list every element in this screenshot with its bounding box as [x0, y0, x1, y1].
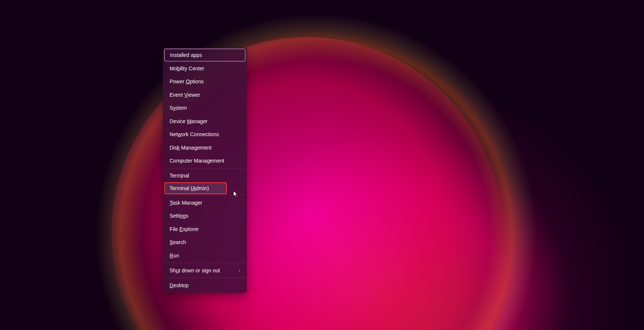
- label-post: iewer: [188, 92, 200, 98]
- label-pre: Computer Mana: [170, 158, 207, 164]
- label-accelerator: S: [170, 239, 173, 245]
- menu-item-label: Desktop: [170, 282, 189, 288]
- label-accelerator: u: [176, 267, 179, 273]
- label-post: gs: [183, 213, 189, 219]
- menu-item-system[interactable]: System: [164, 102, 245, 115]
- label-pre: Setti: [170, 213, 180, 219]
- label-post: dmin): [196, 185, 209, 191]
- label-post: esktop: [173, 282, 189, 288]
- menu-item-run[interactable]: Run: [164, 249, 245, 262]
- label-post: stem: [176, 105, 187, 111]
- menu-separator: [164, 278, 246, 278]
- menu-item-label: Search: [170, 239, 186, 245]
- menu-item-label: Settings: [170, 213, 189, 219]
- label-accelerator: E: [179, 226, 183, 232]
- menu-separator: [164, 168, 246, 169]
- label-pre: Device: [170, 118, 187, 124]
- label-post: Installed apps: [170, 52, 202, 58]
- label-accelerator: V: [184, 92, 188, 98]
- menu-separator: [164, 263, 246, 263]
- menu-item-disk-management[interactable]: Disk Management: [164, 141, 245, 154]
- menu-separator: [164, 195, 246, 195]
- label-pre: Net: [170, 131, 178, 137]
- label-pre: Terminal (: [170, 185, 192, 191]
- label-post: ptions: [190, 79, 203, 84]
- menu-item-mobility-center[interactable]: Mobility Center: [164, 62, 245, 75]
- label-post: ility Center: [180, 65, 204, 71]
- label-accelerator: M: [187, 118, 191, 124]
- menu-item-label: Task Manager: [170, 200, 202, 206]
- menu-item-search[interactable]: Search: [164, 236, 245, 249]
- label-accelerator: R: [170, 253, 173, 259]
- menu-item-label: File Explorer: [170, 226, 199, 232]
- menu-item-label: Event Viewer: [170, 92, 200, 98]
- label-post: earch: [173, 239, 186, 245]
- menu-item-label: System: [170, 105, 187, 111]
- menu-item-installed-apps[interactable]: Installed apps: [164, 49, 245, 61]
- menu-item-computer-management[interactable]: Computer Management: [164, 154, 245, 167]
- label-post: ork Connections: [181, 131, 219, 137]
- chevron-right-icon: ›: [239, 268, 240, 273]
- menu-item-shutdown-signout[interactable]: Shut down or sign out›: [164, 264, 245, 277]
- menu-item-label: Mobility Center: [170, 65, 204, 71]
- menu-item-terminal[interactable]: Terminal: [164, 169, 245, 182]
- menu-item-settings[interactable]: Settings: [164, 209, 245, 222]
- menu-item-label: Device Manager: [170, 118, 207, 124]
- menu-item-label: Power Options: [170, 79, 204, 84]
- label-accelerator: A: [192, 185, 196, 191]
- menu-item-file-explorer[interactable]: File Explorer: [164, 222, 245, 236]
- menu-item-label: Computer Management: [170, 158, 224, 164]
- label-post: un: [173, 253, 179, 259]
- menu-item-network-connections[interactable]: Network Connections: [164, 128, 245, 141]
- label-post: ask Manager: [172, 200, 202, 206]
- menu-item-label: Shut down or sign out: [170, 267, 220, 273]
- menu-item-label: Terminal (Admin): [170, 185, 209, 191]
- label-post: Management: [180, 145, 212, 151]
- label-accelerator: n: [180, 213, 183, 219]
- label-post: anager: [191, 118, 207, 124]
- menu-item-terminal-admin[interactable]: Terminal (Admin): [164, 182, 227, 194]
- menu-item-label: Installed apps: [170, 52, 202, 58]
- label-accelerator: T: [170, 200, 172, 206]
- label-pre: Sh: [170, 267, 176, 273]
- label-post: nal: [182, 173, 189, 179]
- menu-item-device-manager[interactable]: Device Manager: [164, 115, 245, 128]
- menu-item-event-viewer[interactable]: Event Viewer: [164, 88, 245, 101]
- menu-item-label: Network Connections: [170, 131, 219, 137]
- menu-item-label: Run: [170, 253, 179, 259]
- label-pre: Event: [170, 92, 184, 98]
- label-post: xplorer: [183, 226, 199, 232]
- menu-item-power-options[interactable]: Power Options: [164, 75, 245, 88]
- winx-context-menu: Installed appsMobility CenterPower Optio…: [163, 48, 247, 293]
- label-post: t down or sign out: [179, 267, 220, 273]
- label-pre: S: [170, 105, 173, 111]
- label-pre: Power: [170, 79, 186, 84]
- menu-item-task-manager[interactable]: Task Manager: [164, 196, 245, 209]
- label-accelerator: D: [170, 282, 173, 288]
- label-pre: Dis: [170, 145, 177, 151]
- label-post: ement: [210, 158, 224, 164]
- label-pre: File: [170, 226, 179, 232]
- menu-item-label: Terminal: [170, 173, 189, 179]
- label-pre: Mo: [170, 65, 177, 71]
- menu-item-label: Disk Management: [170, 145, 212, 151]
- menu-item-desktop[interactable]: Desktop: [164, 279, 245, 292]
- label-accelerator: O: [186, 79, 190, 84]
- label-pre: Term: [170, 173, 181, 179]
- label-accelerator: w: [178, 131, 181, 137]
